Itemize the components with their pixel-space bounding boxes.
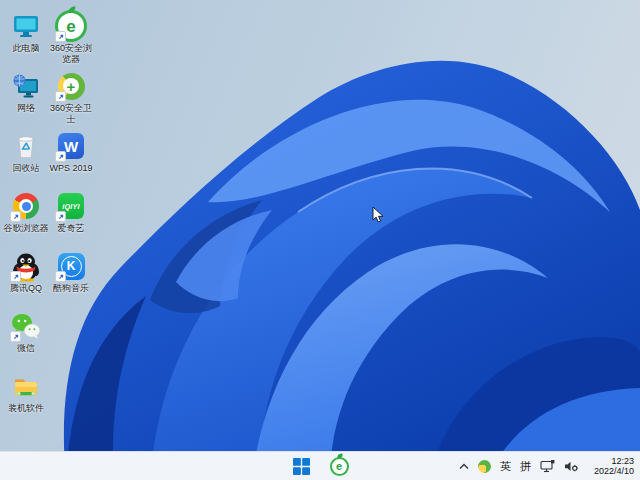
network-icon (10, 70, 42, 102)
desktop-icon-label: WPS 2019 (49, 163, 92, 174)
chrome-icon (10, 190, 42, 222)
wps-icon: W (55, 130, 87, 162)
desktop-icon-label: 回收站 (13, 163, 40, 174)
desktop-icon-label: 微信 (17, 343, 35, 354)
360-browser-icon: e (330, 457, 349, 476)
tray-display-icon[interactable] (540, 460, 555, 473)
wallpaper-bloom (0, 0, 640, 480)
taskbar-clock[interactable]: 12:23 2022/4/10 (588, 456, 634, 476)
kugou-icon: K (55, 250, 87, 282)
clock-date: 2022/4/10 (588, 466, 634, 476)
taskbar: e 英 拼 12:23 2022/4/10 (0, 451, 640, 480)
windows-logo-icon (293, 458, 310, 475)
desktop[interactable]: 此电脑 e 360安全浏览器 网络 + (0, 0, 640, 480)
desktop-icon-label: 谷歌浏览器 (4, 223, 49, 234)
taskbar-360-browser-button[interactable]: e (328, 455, 350, 477)
this-pc-icon (10, 10, 42, 42)
desktop-icon-recycle-bin[interactable]: 回收站 (1, 130, 51, 188)
shortcut-arrow-icon (10, 211, 21, 222)
ime-pinyin-indicator[interactable]: 拼 (520, 459, 531, 474)
desktop-icon-kugou[interactable]: K 酷狗音乐 (46, 250, 96, 308)
shortcut-arrow-icon (10, 331, 21, 342)
desktop-icon-label: 360安全浏览器 (46, 43, 96, 65)
qq-penguin-icon (10, 250, 42, 282)
desktop-icon-label: 腾讯QQ (10, 283, 42, 294)
desktop-icon-software-folder[interactable]: 装机软件 (1, 370, 51, 428)
start-button[interactable] (290, 455, 312, 477)
desktop-icon-label: 此电脑 (13, 43, 40, 54)
desktop-icon-label: 爱奇艺 (58, 223, 85, 234)
desktop-icon-360-browser[interactable]: e 360安全浏览器 (46, 10, 96, 68)
clock-time: 12:23 (588, 456, 634, 466)
shortcut-arrow-icon (55, 211, 66, 222)
tray-chevron-up-icon[interactable] (459, 463, 469, 470)
desktop-icon-wps-2019[interactable]: W WPS 2019 (46, 130, 96, 188)
mouse-cursor (372, 206, 386, 224)
wechat-icon (10, 310, 42, 342)
desktop-icon-this-pc[interactable]: 此电脑 (1, 10, 51, 68)
shortcut-arrow-icon (55, 31, 66, 42)
iqiyi-icon: iQIYI (55, 190, 87, 222)
desktop-icon-label: 网络 (17, 103, 35, 114)
desktop-icon-label: 360安全卫士 (46, 103, 96, 125)
desktop-icon-wechat[interactable]: 微信 (1, 310, 51, 368)
360-browser-icon: e (55, 10, 87, 42)
system-tray: 英 拼 12:23 2022/4/10 (459, 452, 636, 480)
desktop-icon-iqiyi[interactable]: iQIYI 爱奇艺 (46, 190, 96, 248)
ime-english-indicator[interactable]: 英 (500, 459, 511, 474)
tray-360-icon[interactable] (478, 460, 491, 473)
360-guard-icon: + (55, 70, 87, 102)
folder-icon (10, 370, 42, 402)
shortcut-arrow-icon (55, 91, 66, 102)
shortcut-arrow-icon (55, 271, 66, 282)
desktop-icon-label: 装机软件 (8, 403, 44, 414)
shortcut-arrow-icon (55, 151, 66, 162)
shortcut-arrow-icon (10, 271, 21, 282)
desktop-icon-tencent-qq[interactable]: 腾讯QQ (1, 250, 51, 308)
recycle-bin-icon (10, 130, 42, 162)
desktop-icon-chrome[interactable]: 谷歌浏览器 (1, 190, 51, 248)
tray-volume-settings-icon[interactable] (564, 460, 579, 473)
desktop-icon-label: 酷狗音乐 (53, 283, 89, 294)
desktop-icon-360-guard[interactable]: + 360安全卫士 (46, 70, 96, 128)
desktop-icon-network[interactable]: 网络 (1, 70, 51, 128)
